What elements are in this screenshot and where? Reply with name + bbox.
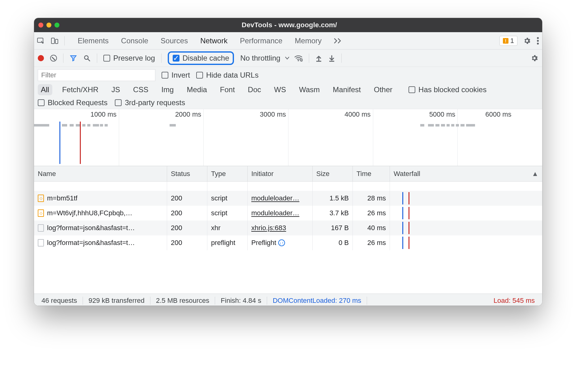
th-name[interactable]: Name	[34, 166, 167, 181]
cell-initiator: Preflight	[251, 239, 276, 247]
cell-name: log?format=json&hasfast=t…	[47, 239, 135, 247]
export-har-icon[interactable]	[328, 54, 335, 62]
cell-type: xhr	[211, 224, 221, 232]
type-pill-all[interactable]: All	[38, 84, 52, 95]
table-row[interactable]: log?format=json&hasfast=t… 200 xhr xhrio…	[34, 221, 542, 235]
tab-memory[interactable]: Memory	[295, 36, 322, 45]
network-toolbar: Preserve log ✓ Disable cache No throttli…	[34, 49, 542, 67]
svg-point-8	[298, 60, 299, 61]
search-icon[interactable]	[83, 54, 91, 62]
type-pill-doc[interactable]: Doc	[245, 84, 264, 95]
network-requests-table: Name Status Type Initiator Size Time Wat…	[34, 166, 542, 294]
window-title: DevTools - www.google.com/	[59, 21, 519, 29]
clear-button[interactable]	[50, 55, 57, 62]
filter-toggle-icon[interactable]	[70, 54, 77, 62]
window-titlebar: DevTools - www.google.com/	[34, 18, 542, 32]
type-pill-img[interactable]: Img	[158, 84, 177, 95]
record-button[interactable]	[38, 55, 44, 61]
zoom-window-button[interactable]	[54, 23, 59, 28]
dropdown-caret-icon	[285, 56, 290, 60]
type-pill-media[interactable]: Media	[184, 84, 210, 95]
cell-size: 167 B	[331, 224, 349, 232]
cell-status: 200	[171, 224, 182, 232]
panel-tabs: Elements Console Sources Network Perform…	[78, 36, 342, 45]
type-pill-js[interactable]: JS	[108, 84, 123, 95]
status-requests: 46 requests	[36, 297, 83, 305]
blocked-cookies-checkbox[interactable]: Has blocked cookies	[409, 85, 486, 94]
filter-input[interactable]	[38, 69, 155, 81]
type-pill-wasm[interactable]: Wasm	[296, 84, 323, 95]
separator	[64, 36, 65, 45]
svg-point-5	[537, 43, 539, 45]
separator	[309, 54, 309, 63]
invert-checkbox[interactable]: Invert	[162, 71, 190, 79]
th-time[interactable]: Time	[353, 166, 390, 181]
script-file-icon	[38, 195, 44, 202]
separator	[341, 54, 342, 63]
third-party-label: 3rd-party requests	[125, 98, 185, 107]
tab-network[interactable]: Network	[200, 36, 227, 45]
tab-console[interactable]: Console	[121, 36, 148, 45]
status-finish: Finish: 4.84 s	[215, 297, 267, 305]
minimize-window-button[interactable]	[46, 23, 51, 28]
more-options-icon[interactable]	[537, 37, 539, 45]
settings-icon[interactable]	[523, 37, 531, 45]
preserve-log-checkbox[interactable]: Preserve log	[103, 54, 155, 62]
th-type[interactable]: Type	[207, 166, 248, 181]
cell-initiator[interactable]: xhrio.js:683	[251, 224, 286, 232]
toggle-device-toolbar-icon[interactable]	[51, 37, 59, 45]
overview-tick: 2000 ms	[175, 110, 204, 118]
type-pill-css[interactable]: CSS	[130, 84, 151, 95]
svg-point-3	[537, 37, 539, 39]
tab-elements[interactable]: Elements	[78, 36, 109, 45]
throttling-select[interactable]: No throttling ⚙	[240, 54, 302, 62]
type-pill-fetch-xhr[interactable]: Fetch/XHR	[59, 84, 102, 95]
th-waterfall[interactable]: Waterfall▲	[390, 166, 542, 181]
network-overview[interactable]: 1000 ms 2000 ms 3000 ms 4000 ms 5000 ms …	[34, 109, 542, 166]
more-tabs-icon[interactable]	[334, 38, 342, 44]
network-conditions-icon[interactable]: ⚙	[294, 55, 303, 62]
cell-size: 3.7 kB	[330, 209, 349, 217]
devtools-window: DevTools - www.google.com/ Elements Cons…	[34, 18, 542, 306]
blocked-requests-checkbox[interactable]: Blocked Requests	[38, 98, 107, 107]
inspect-element-icon[interactable]	[37, 37, 45, 45]
type-pill-ws[interactable]: WS	[271, 84, 289, 95]
svg-rect-1	[51, 38, 54, 44]
network-settings-icon[interactable]	[530, 54, 538, 62]
table-row[interactable]: m=bm51tf 200 script moduleloader… 1.5 kB…	[34, 191, 542, 206]
hide-data-urls-checkbox[interactable]: Hide data URLs	[196, 71, 258, 79]
cell-initiator[interactable]: moduleloader…	[251, 209, 299, 217]
tab-sources[interactable]: Sources	[161, 36, 188, 45]
disable-cache-checkbox[interactable]: ✓ Disable cache	[168, 51, 234, 65]
separator	[97, 54, 97, 63]
overview-domcontentloaded-marker	[59, 122, 60, 164]
script-file-icon	[38, 209, 44, 217]
tab-performance[interactable]: Performance	[240, 36, 282, 45]
th-size[interactable]: Size	[313, 166, 353, 181]
disable-cache-label: Disable cache	[183, 54, 229, 62]
table-row[interactable]: log?format=json&hasfast=t… 200 preflight…	[34, 235, 542, 250]
cell-status: 200	[171, 239, 182, 247]
issues-badge[interactable]: ! 1	[499, 36, 517, 46]
table-row[interactable]: m=Wt6vjf,hhhU8,FCpbqb,… 200 script modul…	[34, 206, 542, 221]
close-window-button[interactable]	[38, 23, 43, 28]
import-har-icon[interactable]	[315, 54, 322, 62]
issues-count: 1	[510, 37, 514, 45]
overview-tick: 3000 ms	[260, 110, 288, 118]
type-pill-manifest[interactable]: Manifest	[330, 84, 364, 95]
svg-rect-2	[55, 39, 58, 44]
hide-data-urls-label: Hide data URLs	[206, 71, 258, 79]
th-status[interactable]: Status	[167, 166, 207, 181]
type-pill-other[interactable]: Other	[371, 84, 396, 95]
sort-caret-icon: ▲	[532, 170, 538, 178]
warning-icon: !	[503, 38, 508, 44]
third-party-checkbox[interactable]: 3rd-party requests	[115, 98, 185, 107]
cell-initiator[interactable]: moduleloader…	[251, 194, 299, 202]
devtools-tabstrip: Elements Console Sources Network Perform…	[34, 32, 542, 49]
th-initiator[interactable]: Initiator	[248, 166, 313, 181]
cell-status: 200	[171, 194, 182, 202]
svg-text:⚙: ⚙	[300, 59, 302, 61]
preserve-log-label: Preserve log	[113, 54, 155, 62]
overview-tick: 4000 ms	[344, 110, 373, 118]
type-pill-font[interactable]: Font	[217, 84, 238, 95]
